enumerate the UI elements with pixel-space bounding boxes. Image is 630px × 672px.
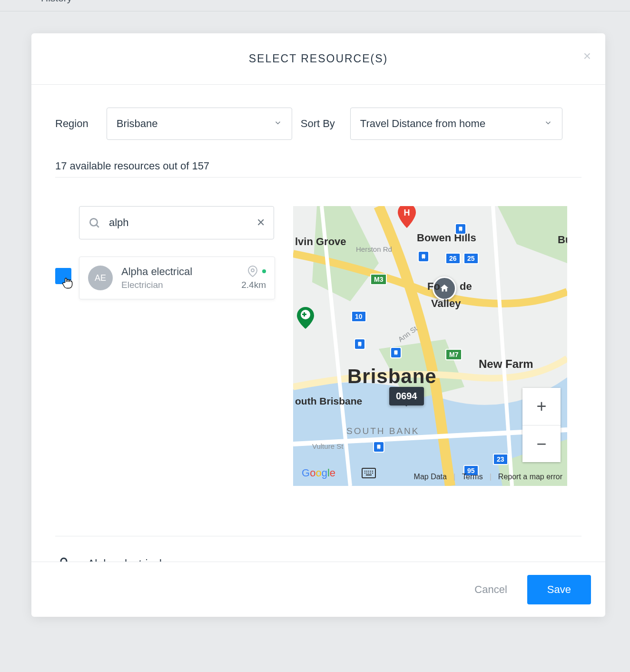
svg-text:s St: s St xyxy=(7,588,20,596)
cancel-button[interactable]: Cancel xyxy=(474,583,507,596)
hospital-marker: H xyxy=(398,206,416,228)
svg-rect-27 xyxy=(368,471,369,472)
avatar: AE xyxy=(88,266,113,290)
map-road-herston: Herston Rd xyxy=(356,245,392,253)
map-label-south-brisbane: outh Brisbane xyxy=(295,395,362,407)
save-button[interactable]: Save xyxy=(527,575,591,604)
shield-26: 26 xyxy=(445,253,461,264)
svg-rect-28 xyxy=(370,471,371,472)
transit-icon xyxy=(455,223,466,235)
svg-text:H: H xyxy=(404,208,410,217)
map-label-new-farm: New Farm xyxy=(479,357,533,371)
close-icon[interactable]: × xyxy=(583,49,591,63)
accessibility-marker xyxy=(297,307,314,329)
map-label-fo: Fo xyxy=(427,280,440,293)
map-terms-link[interactable]: Terms xyxy=(462,473,483,481)
map-report-link[interactable]: Report a map error xyxy=(498,473,562,481)
svg-rect-34 xyxy=(372,473,373,474)
select-resource-modal: SELECT RESOURCE(S) × Region Brisbane Sor… xyxy=(31,33,605,617)
google-logo: Google xyxy=(302,467,335,479)
svg-rect-26 xyxy=(366,471,367,472)
map-label-kelvin-grove: lvin Grove xyxy=(295,236,346,248)
svg-point-24 xyxy=(379,448,380,449)
search-box: ✕ xyxy=(79,206,274,239)
map-label-valley: Valley xyxy=(431,297,461,310)
map-road-vulture: Vulture St xyxy=(312,442,343,450)
map-label-bu: Bu xyxy=(558,234,567,246)
svg-point-4 xyxy=(90,218,97,226)
region-select[interactable]: Brisbane xyxy=(107,108,292,140)
clear-icon[interactable]: ✕ xyxy=(256,217,265,229)
svg-rect-16 xyxy=(358,342,362,346)
svg-point-6 xyxy=(251,269,254,272)
region-value: Brisbane xyxy=(117,118,158,130)
svg-point-14 xyxy=(422,258,423,259)
svg-rect-19 xyxy=(394,350,398,354)
map-attribution: Map Data | Terms | Report a map error xyxy=(414,473,562,481)
search-icon xyxy=(88,217,100,229)
svg-rect-33 xyxy=(370,473,371,474)
sort-value: Travel Distance from home xyxy=(360,118,485,130)
chevron-down-icon xyxy=(544,118,552,130)
search-input[interactable] xyxy=(109,217,256,229)
keyboard-icon[interactable] xyxy=(362,468,376,478)
person-icon xyxy=(55,555,72,562)
svg-rect-25 xyxy=(364,471,365,472)
svg-rect-1 xyxy=(0,620,128,672)
svg-point-21 xyxy=(396,354,397,355)
shield-m7: M7 xyxy=(445,349,462,360)
svg-point-20 xyxy=(394,354,395,355)
available-resources-text: 17 available resources out of 157 xyxy=(55,160,581,178)
svg-point-36 xyxy=(61,558,67,562)
svg-point-15 xyxy=(424,258,425,259)
svg-rect-35 xyxy=(366,474,372,475)
svg-point-11 xyxy=(459,230,460,231)
resource-checkbox[interactable] xyxy=(55,268,71,284)
chevron-down-icon xyxy=(274,118,282,130)
map-label-brisbane: Brisbane xyxy=(347,365,437,388)
svg-point-17 xyxy=(358,346,359,346)
transit-icon xyxy=(354,338,365,350)
resource-role: Electrician xyxy=(121,280,192,290)
region-label: Region xyxy=(55,118,89,130)
svg-rect-31 xyxy=(366,473,367,474)
svg-point-18 xyxy=(360,346,361,346)
svg-rect-32 xyxy=(368,473,369,474)
svg-text:w Farm: w Farm xyxy=(0,651,36,662)
page-header: History xyxy=(0,0,630,11)
status-dot xyxy=(262,269,266,273)
svg-rect-13 xyxy=(422,254,425,258)
svg-point-12 xyxy=(461,230,462,231)
tab-history[interactable]: History xyxy=(41,0,72,4)
shield-10: 10 xyxy=(351,311,366,322)
transit-icon xyxy=(418,251,429,262)
resource-name: Alpha electrical xyxy=(121,266,192,278)
zoom-in-button[interactable]: + xyxy=(522,388,561,425)
svg-rect-29 xyxy=(372,471,373,472)
resource-result-card[interactable]: AE Alpha electrical Electrician 2.4km xyxy=(79,257,275,299)
selected-resource-name: Alpha electrical xyxy=(88,558,162,562)
map-data-link[interactable]: Map Data xyxy=(414,473,447,481)
svg-line-5 xyxy=(97,225,99,227)
transit-icon xyxy=(390,347,402,358)
sort-label: Sort By xyxy=(301,118,335,130)
resource-distance: 2.4km xyxy=(241,280,266,290)
shield-m3: M3 xyxy=(370,274,387,285)
transit-icon xyxy=(373,441,384,453)
map-label-bowen-hills: Bowen Hills xyxy=(417,232,476,244)
zoom-control: + − xyxy=(522,388,561,462)
map-label-south-bank: SOUTH BANK xyxy=(346,426,420,436)
shield-23: 23 xyxy=(493,454,508,465)
job-tag-marker[interactable]: 0694 xyxy=(389,387,424,405)
zoom-out-button[interactable]: − xyxy=(522,425,561,462)
sort-select[interactable]: Travel Distance from home xyxy=(350,108,562,140)
svg-rect-10 xyxy=(459,227,463,230)
modal-title: SELECT RESOURCE(S) xyxy=(249,52,388,65)
shield-25: 25 xyxy=(463,253,479,264)
svg-rect-22 xyxy=(377,445,381,448)
location-pin-icon xyxy=(247,266,258,277)
map-label-de: de xyxy=(460,280,472,293)
svg-rect-30 xyxy=(364,473,365,474)
map[interactable]: H 0694 Bowen Hills lvin Grove Bu Herston… xyxy=(293,206,567,486)
svg-point-23 xyxy=(377,448,378,449)
